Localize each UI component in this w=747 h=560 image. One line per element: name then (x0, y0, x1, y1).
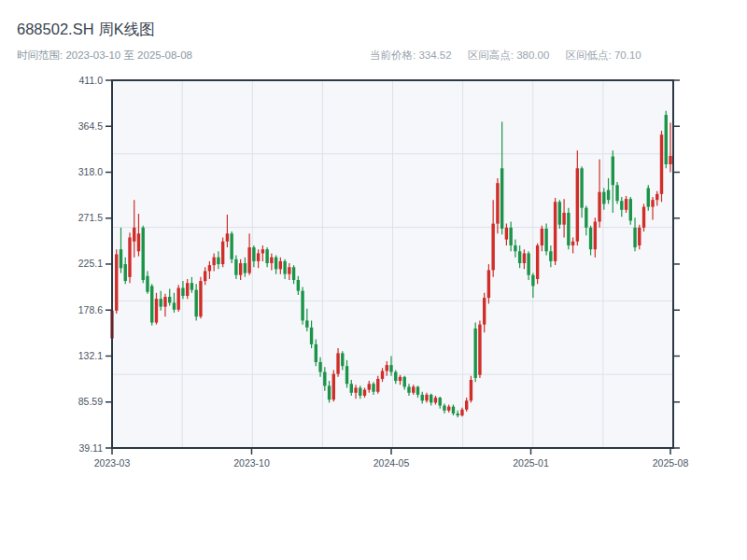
candle-body-down (146, 276, 148, 292)
candle-body-up (336, 353, 339, 373)
candle-body-down (389, 365, 392, 371)
candle-body-down (292, 267, 295, 280)
candle-body-up (354, 387, 357, 392)
candle-body-up (226, 233, 229, 241)
candle-body-down (359, 387, 361, 395)
candle-body-up (523, 253, 526, 263)
candle-body-down (647, 188, 650, 206)
range-low-label: 区间低点 (566, 49, 614, 61)
candle-body-down (421, 395, 424, 400)
candle-body-down (509, 228, 512, 245)
candle-body-down (275, 258, 277, 270)
candle-body-down (120, 249, 122, 268)
candle-body-down (283, 261, 286, 274)
candle-body-up (594, 222, 597, 250)
range-low-value: 70.10 (614, 49, 641, 61)
candle-body-down (612, 157, 614, 186)
candle-body-down (310, 328, 313, 344)
candle-body-down (620, 201, 623, 210)
candle-body-down (531, 275, 534, 287)
kline-chart: 411.0364.5318.0271.5225.1178.6132.185.59… (0, 0, 747, 560)
candle-body-down (403, 377, 406, 387)
candle-body-up (447, 407, 450, 411)
candle-body-down (394, 372, 397, 382)
y-axis-tick-label: 132.1 (78, 350, 103, 361)
range-high-value: 380.00 (516, 49, 549, 61)
candle-body-down (416, 386, 419, 394)
candle-body-down (589, 228, 592, 249)
candle-body-up (651, 200, 654, 206)
candle-body-up (425, 395, 428, 400)
candle-body-down (439, 398, 442, 405)
candle-body-up (261, 249, 264, 253)
candle-body-down (318, 362, 321, 372)
candle-body-down (142, 228, 145, 280)
candle-body-up (399, 377, 402, 381)
candle-body-down (518, 251, 521, 263)
candle-body-up (541, 229, 543, 245)
range-high-label: 区间高点 (468, 49, 516, 61)
candle-body-up (491, 224, 494, 271)
candle-body-up (660, 134, 663, 194)
candle-body-down (514, 245, 516, 251)
date-range-label: 时间范围: 2023-03-10 至 2025-08-08 (17, 49, 192, 63)
candle-body-down (567, 213, 570, 245)
candle-body-up (669, 156, 671, 164)
candle-body-up (368, 384, 371, 389)
candle-body-down (430, 395, 432, 402)
range-high-stat: 区间高点380.00 (468, 49, 550, 61)
candle-body-down (544, 229, 547, 251)
candle-body-up (208, 265, 211, 271)
candle-body-up (176, 287, 179, 309)
candle-body-down (615, 185, 618, 201)
candle-body-up (496, 183, 499, 223)
candle-body-up (460, 410, 463, 415)
candle-body-down (350, 384, 353, 393)
candle-body-up (212, 258, 215, 265)
candle-body-down (173, 302, 176, 309)
candle-body-up (128, 237, 131, 276)
candle-body-up (279, 261, 282, 269)
x-axis-tick-label: 2025-08 (653, 457, 689, 469)
candle-body-down (190, 283, 193, 289)
candle-body-up (536, 245, 539, 279)
candle-body-up (487, 270, 490, 298)
candle-body-up (186, 283, 189, 296)
candle-body-down (585, 208, 587, 228)
candle-body-down (194, 290, 197, 317)
y-axis-tick-label: 225.1 (78, 258, 103, 269)
candle-body-up (576, 168, 579, 241)
candle-body-up (642, 207, 645, 228)
x-axis-tick-label: 2024-05 (374, 457, 410, 469)
candle-body-down (452, 407, 455, 413)
x-axis-tick-label: 2023-10 (233, 457, 270, 469)
candle-body-down (301, 291, 303, 321)
candle-body-up (598, 192, 600, 222)
range-low-stat: 区间低点70.10 (566, 49, 641, 61)
candle-body-down (217, 258, 219, 264)
y-axis-tick-label: 364.5 (78, 120, 103, 132)
candle-body-down (252, 247, 255, 261)
candle-body-down (500, 168, 503, 229)
candle-body-up (247, 247, 250, 273)
candle-body-up (332, 374, 335, 400)
candle-body-up (204, 271, 206, 281)
candle-body-up (478, 325, 481, 375)
candle-body-up (386, 365, 388, 371)
candle-body-up (571, 242, 574, 245)
candle-body-up (554, 202, 557, 261)
candle-body-down (265, 249, 268, 263)
candle-body-down (305, 320, 308, 327)
candle-body-down (665, 115, 668, 164)
candle-body-up (133, 228, 135, 242)
candle-body-down (549, 251, 552, 261)
candle-body-down (456, 413, 458, 415)
candle-body-down (124, 264, 127, 281)
candle-body-up (465, 400, 468, 410)
candle-body-down (607, 190, 610, 201)
candle-body-down (372, 384, 374, 391)
candle-body-up (470, 380, 472, 400)
candle-body-up (270, 258, 273, 263)
candle-body-down (407, 386, 410, 392)
candle-body-up (363, 390, 366, 396)
